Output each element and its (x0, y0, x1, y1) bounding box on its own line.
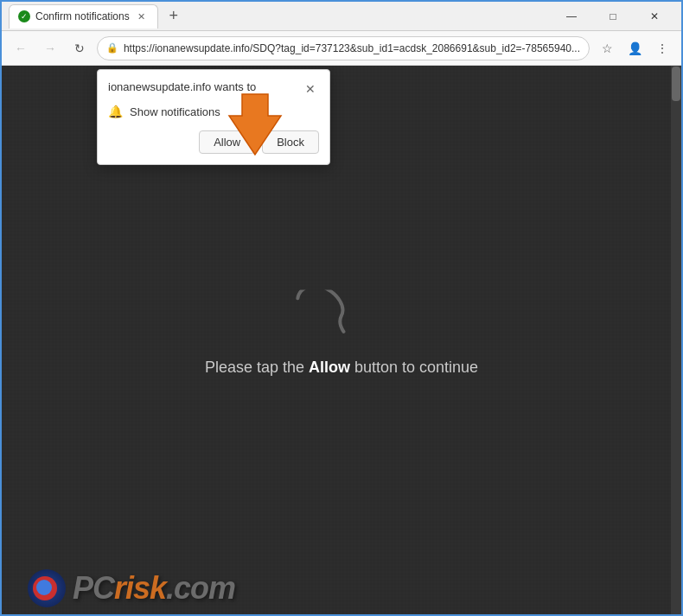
infinity-container: Please tap the Allow button to continue (205, 289, 478, 377)
page-message: Please tap the Allow button to continue (205, 359, 478, 377)
pcrisk-com: .com (166, 570, 235, 606)
back-button[interactable]: ← (9, 36, 33, 60)
svg-marker-1 (229, 94, 281, 155)
lock-icon: 🔒 (106, 42, 118, 54)
address-bar: ← → ↻ 🔒 https://ionanewsupdate.info/SDQ?… (2, 31, 681, 66)
minimize-button[interactable]: — (552, 2, 591, 31)
url-text: https://ionanewsupdate.info/SDQ?tag_id=7… (124, 42, 580, 54)
pcrisk-logo-inner (36, 580, 52, 595)
scrollbar[interactable] (671, 66, 681, 616)
window-controls: — □ ✕ (552, 2, 674, 31)
maximize-button[interactable]: □ (593, 2, 633, 31)
menu-icon[interactable]: ⋮ (650, 36, 674, 60)
forward-button[interactable]: → (38, 36, 62, 60)
popup-close-button[interactable]: ✕ (302, 80, 319, 98)
pcrisk-risk: risk (114, 570, 166, 606)
arrow-annotation (216, 90, 294, 162)
url-bar[interactable]: 🔒 https://ionanewsupdate.info/SDQ?tag_id… (97, 36, 590, 60)
address-actions: ☆ 👤 ⋮ (595, 36, 674, 60)
new-tab-button[interactable]: + (163, 6, 184, 27)
title-bar-left: Confirm notifications ✕ + (9, 4, 552, 29)
profile-icon[interactable]: 👤 (622, 36, 647, 60)
message-suffix: button to continue (350, 359, 478, 376)
tab-favicon (18, 10, 30, 22)
bookmark-icon[interactable]: ☆ (595, 36, 619, 60)
message-bold: Allow (309, 359, 350, 376)
scrollbar-thumb[interactable] (672, 67, 680, 101)
pcrisk-c: C (93, 570, 114, 606)
message-prefix: Please tap the (205, 359, 309, 376)
close-button[interactable]: ✕ (635, 2, 674, 31)
refresh-button[interactable]: ↻ (67, 36, 92, 60)
browser-content: ionanewsupdate.info wants to ✕ 🔔 Show no… (2, 66, 681, 616)
pcrisk-pc: P (73, 570, 93, 606)
title-bar: Confirm notifications ✕ + — □ ✕ (2, 2, 681, 31)
infinity-symbol (290, 289, 393, 341)
bell-icon: 🔔 (108, 105, 123, 118)
notification-popup: ionanewsupdate.info wants to ✕ 🔔 Show no… (97, 69, 330, 165)
tab-close-button[interactable]: ✕ (135, 10, 149, 23)
pcrisk-logo (28, 569, 66, 607)
pcrisk-text: PCrisk.com (73, 570, 235, 606)
browser-tab[interactable]: Confirm notifications ✕ (9, 4, 158, 29)
tab-label: Confirm notifications (35, 10, 130, 22)
notification-label: Show notifications (130, 105, 220, 118)
pcrisk-watermark: PCrisk.com (28, 569, 235, 607)
